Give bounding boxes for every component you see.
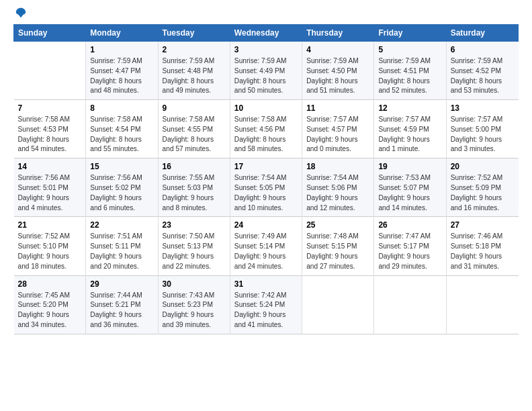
day-number: 9 [163,103,226,113]
header-row: SundayMondayTuesdayWednesdayThursdayFrid… [14,25,519,42]
calendar-header: SundayMondayTuesdayWednesdayThursdayFrid… [14,25,519,42]
calendar-cell: 28Sunrise: 7:45 AMSunset: 5:20 PMDayligh… [14,275,86,334]
cell-details: Sunrise: 7:44 AMSunset: 5:21 PMDaylight:… [90,291,153,330]
calendar-cell: 22Sunrise: 7:51 AMSunset: 5:11 PMDayligh… [86,217,158,275]
calendar-cell: 10Sunrise: 7:58 AMSunset: 4:56 PMDayligh… [230,100,302,158]
day-number: 23 [163,220,226,230]
day-number: 17 [234,162,298,171]
cell-details: Sunrise: 7:45 AMSunset: 5:20 PMDaylight:… [18,291,82,330]
calendar-cell: 20Sunrise: 7:52 AMSunset: 5:09 PMDayligh… [446,158,518,217]
cell-details: Sunrise: 7:58 AMSunset: 4:53 PMDaylight:… [18,115,82,154]
day-number: 4 [306,45,369,54]
calendar-cell: 6Sunrise: 7:59 AMSunset: 4:52 PMDaylight… [446,42,518,100]
calendar-cell: 21Sunrise: 7:52 AMSunset: 5:10 PMDayligh… [14,217,86,275]
calendar-cell: 17Sunrise: 7:54 AMSunset: 5:05 PMDayligh… [230,158,302,217]
calendar-cell: 13Sunrise: 7:57 AMSunset: 5:00 PMDayligh… [446,100,518,158]
cell-details: Sunrise: 7:58 AMSunset: 4:55 PMDaylight:… [163,115,226,154]
weekday-header: Thursday [302,25,374,42]
calendar-cell: 25Sunrise: 7:48 AMSunset: 5:15 PMDayligh… [302,217,374,275]
cell-details: Sunrise: 7:56 AMSunset: 5:02 PMDaylight:… [90,173,153,213]
calendar-row: 1Sunrise: 7:59 AMSunset: 4:47 PMDaylight… [14,42,519,100]
day-number: 31 [234,279,298,289]
day-number: 7 [18,103,82,113]
weekday-header: Friday [374,25,446,42]
calendar-cell: 8Sunrise: 7:58 AMSunset: 4:54 PMDaylight… [86,100,158,158]
calendar-cell: 4Sunrise: 7:59 AMSunset: 4:50 PMDaylight… [302,42,374,100]
calendar-row: 7Sunrise: 7:58 AMSunset: 4:53 PMDaylight… [14,100,519,158]
day-number: 21 [18,220,82,230]
day-number: 10 [234,103,298,113]
calendar-cell: 30Sunrise: 7:43 AMSunset: 5:23 PMDayligh… [158,275,230,334]
cell-details: Sunrise: 7:53 AMSunset: 5:07 PMDaylight:… [378,173,441,213]
day-number: 25 [306,220,369,230]
cell-details: Sunrise: 7:58 AMSunset: 4:56 PMDaylight:… [234,115,298,154]
cell-details: Sunrise: 7:59 AMSunset: 4:52 PMDaylight:… [451,56,515,96]
cell-details: Sunrise: 7:59 AMSunset: 4:49 PMDaylight:… [234,56,298,96]
day-number: 19 [378,162,441,171]
cell-details: Sunrise: 7:52 AMSunset: 5:09 PMDaylight:… [451,173,515,213]
cell-details: Sunrise: 7:59 AMSunset: 4:50 PMDaylight:… [306,56,369,96]
day-number: 12 [378,103,441,113]
calendar-cell: 15Sunrise: 7:56 AMSunset: 5:02 PMDayligh… [86,158,158,217]
weekday-header: Tuesday [158,25,230,42]
calendar-cell [446,275,518,334]
calendar-cell: 29Sunrise: 7:44 AMSunset: 5:21 PMDayligh… [86,275,158,334]
day-number: 2 [163,45,226,54]
logo-bird-icon [15,7,27,19]
cell-details: Sunrise: 7:59 AMSunset: 4:47 PMDaylight:… [90,56,153,96]
day-number: 5 [378,45,441,54]
calendar-cell: 9Sunrise: 7:58 AMSunset: 4:55 PMDaylight… [158,100,230,158]
weekday-header: Saturday [446,25,518,42]
cell-details: Sunrise: 7:55 AMSunset: 5:03 PMDaylight:… [163,173,226,213]
day-number: 27 [451,220,515,230]
calendar-cell [302,275,374,334]
calendar-cell: 7Sunrise: 7:58 AMSunset: 4:53 PMDaylight… [14,100,86,158]
calendar-cell: 31Sunrise: 7:42 AMSunset: 5:24 PMDayligh… [230,275,302,334]
day-number: 18 [306,162,369,171]
calendar-cell: 19Sunrise: 7:53 AMSunset: 5:07 PMDayligh… [374,158,446,217]
day-number: 11 [306,103,369,113]
weekday-header: Sunday [14,25,86,42]
calendar-row: 21Sunrise: 7:52 AMSunset: 5:10 PMDayligh… [14,217,519,275]
calendar-cell: 12Sunrise: 7:57 AMSunset: 4:59 PMDayligh… [374,100,446,158]
cell-details: Sunrise: 7:57 AMSunset: 4:57 PMDaylight:… [306,115,369,154]
cell-details: Sunrise: 7:56 AMSunset: 5:01 PMDaylight:… [18,173,82,213]
calendar-cell: 26Sunrise: 7:47 AMSunset: 5:17 PMDayligh… [374,217,446,275]
cell-details: Sunrise: 7:42 AMSunset: 5:24 PMDaylight:… [234,291,298,330]
calendar-body: 1Sunrise: 7:59 AMSunset: 4:47 PMDaylight… [14,42,519,334]
cell-details: Sunrise: 7:54 AMSunset: 5:05 PMDaylight:… [234,173,298,213]
day-number: 1 [90,45,153,54]
cell-details: Sunrise: 7:57 AMSunset: 4:59 PMDaylight:… [378,115,441,154]
cell-details: Sunrise: 7:49 AMSunset: 5:14 PMDaylight:… [234,232,298,271]
calendar-cell [14,42,86,100]
cell-details: Sunrise: 7:52 AMSunset: 5:10 PMDaylight:… [18,232,82,271]
day-number: 30 [163,279,226,289]
page: SundayMondayTuesdayWednesdayThursdayFrid… [0,0,532,341]
calendar-cell: 2Sunrise: 7:59 AMSunset: 4:48 PMDaylight… [158,42,230,100]
cell-details: Sunrise: 7:54 AMSunset: 5:06 PMDaylight:… [306,173,369,213]
calendar-row: 28Sunrise: 7:45 AMSunset: 5:20 PMDayligh… [14,275,519,334]
day-number: 8 [90,103,153,113]
cell-details: Sunrise: 7:43 AMSunset: 5:23 PMDaylight:… [163,291,226,330]
cell-details: Sunrise: 7:50 AMSunset: 5:13 PMDaylight:… [163,232,226,271]
calendar-cell: 24Sunrise: 7:49 AMSunset: 5:14 PMDayligh… [230,217,302,275]
cell-details: Sunrise: 7:57 AMSunset: 5:00 PMDaylight:… [451,115,515,154]
calendar-cell: 23Sunrise: 7:50 AMSunset: 5:13 PMDayligh… [158,217,230,275]
cell-details: Sunrise: 7:58 AMSunset: 4:54 PMDaylight:… [90,115,153,154]
calendar-cell: 11Sunrise: 7:57 AMSunset: 4:57 PMDayligh… [302,100,374,158]
cell-details: Sunrise: 7:47 AMSunset: 5:17 PMDaylight:… [378,232,441,271]
day-number: 6 [451,45,515,54]
cell-details: Sunrise: 7:46 AMSunset: 5:18 PMDaylight:… [451,232,515,271]
calendar-cell: 3Sunrise: 7:59 AMSunset: 4:49 PMDaylight… [230,42,302,100]
weekday-header: Monday [86,25,158,42]
calendar-cell: 14Sunrise: 7:56 AMSunset: 5:01 PMDayligh… [14,158,86,217]
day-number: 13 [451,103,515,113]
calendar-cell: 1Sunrise: 7:59 AMSunset: 4:47 PMDaylight… [86,42,158,100]
day-number: 15 [90,162,153,171]
day-number: 16 [163,162,226,171]
calendar-cell: 18Sunrise: 7:54 AMSunset: 5:06 PMDayligh… [302,158,374,217]
cell-details: Sunrise: 7:59 AMSunset: 4:51 PMDaylight:… [378,56,441,96]
cell-details: Sunrise: 7:48 AMSunset: 5:15 PMDaylight:… [306,232,369,271]
day-number: 28 [18,279,82,289]
cell-details: Sunrise: 7:59 AMSunset: 4:48 PMDaylight:… [163,56,226,96]
